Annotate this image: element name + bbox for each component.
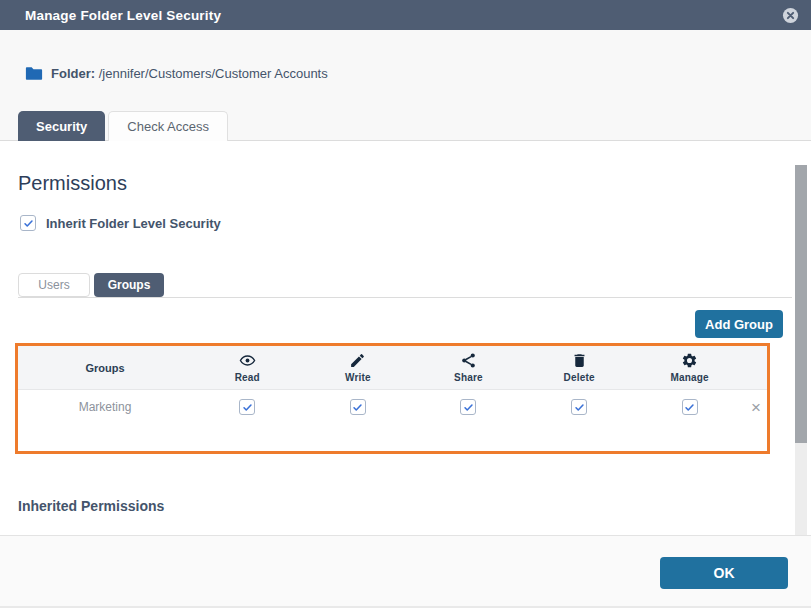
column-header-read: Read	[192, 352, 303, 383]
write-cell	[303, 399, 414, 415]
security-tab-panel: Permissions Inherit Folder Level Securit…	[0, 173, 811, 567]
dialog-title: Manage Folder Level Security	[25, 8, 221, 23]
delete-cell	[524, 399, 635, 415]
dialog-footer: OK	[0, 535, 811, 608]
gear-icon	[681, 352, 698, 369]
column-header-share: Share	[413, 352, 524, 383]
pencil-icon	[349, 352, 366, 369]
inherited-permissions-heading: Inherited Permissions	[18, 498, 811, 514]
group-name: Marketing	[18, 400, 192, 414]
remove-group-x-icon[interactable]: ×	[751, 399, 761, 416]
table-row: Marketing	[18, 390, 767, 424]
table-header-row: Groups Read Write	[18, 346, 767, 390]
folder-path-row: Folder: /jennifer/Customers/Customer Acc…	[25, 66, 328, 81]
read-checkbox[interactable]	[239, 399, 255, 415]
folder-icon	[25, 66, 43, 81]
add-group-row: Add Group	[0, 310, 811, 338]
read-cell	[192, 399, 303, 415]
delete-checkbox[interactable]	[571, 399, 587, 415]
manage-cell	[634, 399, 745, 415]
inherit-security-row: Inherit Folder Level Security	[20, 215, 811, 231]
ok-button[interactable]: OK	[660, 557, 788, 589]
close-icon[interactable]	[782, 7, 799, 24]
column-header-label: Write	[345, 372, 371, 383]
entity-tabs: Users Groups	[18, 273, 792, 298]
table-empty-space	[18, 424, 767, 451]
groups-permissions-table: Groups Read Write	[15, 343, 770, 454]
trash-icon	[571, 352, 588, 369]
column-header-delete: Delete	[524, 352, 635, 383]
column-header-label: Delete	[563, 372, 594, 383]
column-header-manage: Manage	[634, 352, 745, 383]
share-cell	[413, 399, 524, 415]
share-checkbox[interactable]	[460, 399, 476, 415]
column-header-groups: Groups	[18, 362, 192, 374]
scrollbar-thumb[interactable]	[795, 165, 807, 443]
folder-path: /jennifer/Customers/Customer Accounts	[99, 66, 328, 81]
tab-users[interactable]: Users	[18, 273, 90, 297]
column-header-write: Write	[303, 352, 414, 383]
column-header-label: Read	[235, 372, 260, 383]
folder-label-prefix: Folder:	[51, 66, 95, 81]
inherit-security-label: Inherit Folder Level Security	[46, 216, 221, 231]
tab-groups[interactable]: Groups	[94, 273, 164, 297]
folder-label: Folder: /jennifer/Customers/Customer Acc…	[51, 66, 328, 81]
write-checkbox[interactable]	[350, 399, 366, 415]
add-group-button[interactable]: Add Group	[695, 310, 783, 338]
main-tabs: Security Check Access	[18, 111, 228, 141]
eye-icon	[239, 352, 256, 369]
dialog-titlebar: Manage Folder Level Security	[0, 0, 811, 30]
tab-check-access[interactable]: Check Access	[108, 111, 228, 141]
inherit-security-checkbox[interactable]	[20, 215, 36, 231]
column-header-label: Share	[454, 372, 483, 383]
column-header-label: Manage	[670, 372, 708, 383]
share-icon	[460, 352, 477, 369]
manage-checkbox[interactable]	[682, 399, 698, 415]
dialog-header-section: Folder: /jennifer/Customers/Customer Acc…	[0, 30, 811, 141]
tab-security[interactable]: Security	[18, 111, 105, 141]
scrollbar-track[interactable]	[795, 165, 807, 535]
permissions-heading: Permissions	[18, 173, 811, 193]
